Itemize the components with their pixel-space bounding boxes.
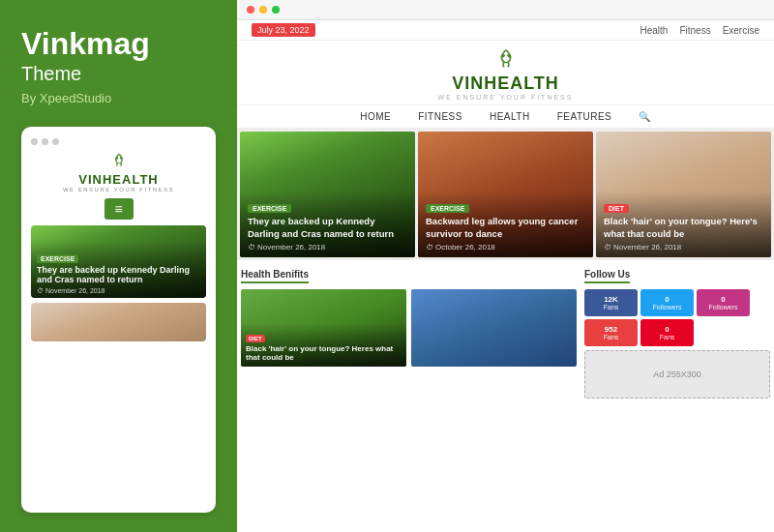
site-logo-name: VINHEALTH bbox=[237, 74, 774, 94]
yt-count: 952 bbox=[605, 325, 617, 334]
article-badge-2: EXERCISE bbox=[426, 204, 469, 213]
bottom-article-overlay-1: DIET Black 'hair' on your tongue? Heres … bbox=[241, 323, 406, 367]
mobile-article2-image bbox=[31, 303, 206, 341]
topbar-link-health[interactable]: Health bbox=[640, 25, 669, 36]
nav-fitness[interactable]: FITNESS bbox=[418, 111, 462, 122]
article-overlay-2: EXERCISE Backward leg allows young cance… bbox=[418, 192, 593, 257]
mobile-article-badge: EXERCISE bbox=[37, 254, 78, 263]
mobile-logo-name: VINHEALTH bbox=[31, 172, 206, 187]
article-date-2: ⏱ October 26, 2018 bbox=[426, 243, 585, 251]
bottom-article-title-1: Black 'hair' on your tongue? Heres what … bbox=[246, 344, 402, 363]
site-topbar: July 23, 2022 Health Fitness Exercise bbox=[237, 20, 774, 41]
article-overlay-3: DIET Black 'hair' on your tongue? Here's… bbox=[596, 192, 771, 257]
article-date-3: ⏱ November 26, 2018 bbox=[604, 243, 763, 251]
fb-count: 12K bbox=[604, 295, 618, 304]
bottom-article-1[interactable]: DIET Black 'hair' on your tongue? Heres … bbox=[241, 289, 406, 367]
ig-count: 0 bbox=[721, 295, 725, 304]
bottom-article-badge-1: DIET bbox=[246, 335, 265, 342]
article-date-1: ⏱ November 26, 2018 bbox=[248, 243, 407, 251]
pi-label: Fans bbox=[660, 334, 675, 340]
mobile-article-overlay: EXERCISE They are backed up Kennedy Darl… bbox=[31, 242, 206, 299]
website: July 23, 2022 Health Fitness Exercise VI… bbox=[237, 20, 774, 532]
mobile-article-date: ⏱ November 26, 2018 bbox=[37, 287, 200, 294]
sidebar-subtitle: Theme bbox=[21, 63, 216, 85]
site-logo-sub: WE ENSURE YOUR FITNESS bbox=[237, 94, 774, 101]
social-instagram[interactable]: 0 Followers bbox=[697, 289, 750, 316]
mobile-logo-area: VINHEALTH WE ENSURE YOUR FITNESS bbox=[31, 153, 206, 192]
clock-icon-1: ⏱ bbox=[248, 243, 255, 251]
mobile-article-title: They are backed up Kennedy Darling and C… bbox=[37, 265, 200, 286]
article-card-3[interactable]: DIET Black 'hair' on your tongue? Here's… bbox=[596, 132, 771, 257]
site-logo-area: VINHEALTH WE ENSURE YOUR FITNESS bbox=[237, 41, 774, 105]
fb-label: Fans bbox=[604, 304, 619, 310]
topbar-link-exercise[interactable]: Exercise bbox=[723, 25, 759, 36]
left-sidebar: Vinkmag Theme By XpeedStudio VINHEALTH W… bbox=[0, 0, 237, 532]
pi-count: 0 bbox=[665, 325, 669, 334]
social-pinterest[interactable]: 0 Fans bbox=[640, 319, 694, 346]
follow-us-heading: Follow Us bbox=[584, 269, 630, 283]
article-title-3: Black 'hair' on your tongue? Here's what… bbox=[604, 216, 763, 240]
mobile-dot-3 bbox=[52, 138, 59, 145]
bottom-article-2[interactable] bbox=[411, 289, 577, 367]
follow-us-section: Follow Us 12K Fans 0 Followers 0 Followe… bbox=[580, 260, 774, 532]
articles-grid: EXERCISE They are backed up Kennedy Darl… bbox=[237, 129, 774, 260]
topbar-date: July 23, 2022 bbox=[252, 23, 315, 37]
clock-icon: ⏱ bbox=[37, 287, 44, 294]
social-twitter[interactable]: 0 Followers bbox=[640, 289, 694, 316]
mobile-menu-icon: ≡ bbox=[114, 201, 122, 217]
clock-icon-2: ⏱ bbox=[426, 243, 433, 251]
site-vine-icon bbox=[495, 48, 517, 70]
topbar-link-fitness[interactable]: Fitness bbox=[679, 25, 710, 36]
article-overlay-1: EXERCISE They are backed up Kennedy Darl… bbox=[240, 192, 415, 257]
article-badge-3: DIET bbox=[604, 204, 629, 213]
nav-features[interactable]: FEATURES bbox=[557, 111, 612, 122]
nav-home[interactable]: HOME bbox=[360, 111, 391, 122]
article-card-2[interactable]: EXERCISE Backward leg allows young cance… bbox=[418, 132, 593, 257]
browser-chrome bbox=[237, 0, 774, 20]
article-card-1[interactable]: EXERCISE They are backed up Kennedy Darl… bbox=[240, 132, 415, 257]
article-title-2: Backward leg allows young cancer survivo… bbox=[426, 216, 585, 240]
social-youtube[interactable]: 952 Fans bbox=[584, 319, 638, 346]
ad-box: Ad 255X300 bbox=[584, 350, 770, 399]
search-icon[interactable]: 🔍 bbox=[639, 111, 651, 122]
main-content: July 23, 2022 Health Fitness Exercise VI… bbox=[237, 0, 774, 532]
browser-dot-minimize[interactable] bbox=[259, 6, 267, 14]
mobile-article-image: EXERCISE They are backed up Kennedy Darl… bbox=[31, 225, 206, 298]
topbar-links: Health Fitness Exercise bbox=[640, 25, 760, 36]
health-benefits-section: Health Benifits DIET Black 'hair' on you… bbox=[237, 260, 580, 532]
health-benefits-heading: Health Benifits bbox=[241, 269, 309, 283]
browser-dot-maximize[interactable] bbox=[272, 6, 280, 14]
tw-label: Followers bbox=[653, 304, 682, 310]
social-facebook[interactable]: 12K Fans bbox=[584, 289, 638, 316]
mobile-dot-1 bbox=[31, 138, 38, 145]
social-grid: 12K Fans 0 Followers 0 Followers 952 Fan… bbox=[584, 289, 770, 346]
bottom-sections: Health Benifits DIET Black 'hair' on you… bbox=[237, 260, 774, 532]
nav-health[interactable]: HEALTH bbox=[490, 111, 530, 122]
site-nav: HOME FITNESS HEALTH FEATURES 🔍 bbox=[237, 105, 774, 129]
sidebar-by: By XpeedStudio bbox=[21, 91, 216, 105]
article-badge-1: EXERCISE bbox=[248, 204, 291, 213]
bottom-articles: DIET Black 'hair' on your tongue? Heres … bbox=[241, 289, 577, 367]
clock-icon-3: ⏱ bbox=[604, 243, 611, 251]
mobile-dots bbox=[31, 138, 206, 145]
mobile-menu-button[interactable]: ≡ bbox=[104, 198, 134, 220]
ig-label: Followers bbox=[709, 304, 738, 310]
mobile-dot-2 bbox=[42, 138, 48, 145]
sidebar-title: Vinkmag bbox=[21, 27, 216, 61]
browser-dot-close[interactable] bbox=[247, 6, 254, 14]
mobile-vine-icon bbox=[111, 153, 127, 168]
yt-label: Fans bbox=[604, 334, 619, 340]
tw-count: 0 bbox=[665, 295, 669, 304]
mobile-preview: VINHEALTH WE ENSURE YOUR FITNESS ≡ EXERC… bbox=[21, 127, 216, 513]
mobile-logo-sub: WE ENSURE YOUR FITNESS bbox=[31, 187, 206, 192]
article-title-1: They are backed up Kennedy Darling and C… bbox=[248, 216, 407, 240]
